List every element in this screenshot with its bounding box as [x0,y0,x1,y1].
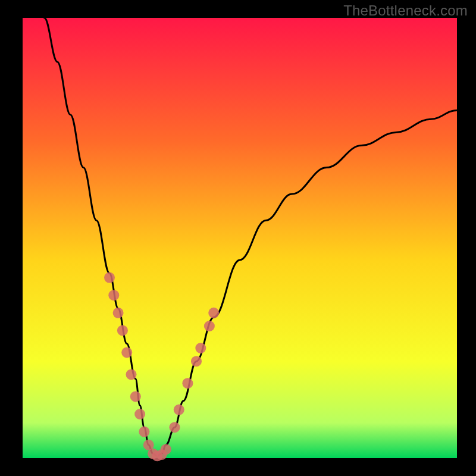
sample-dot [161,444,171,455]
sample-dot [104,273,115,283]
sample-dot [208,308,219,318]
sample-dot [117,325,128,336]
sample-dot [121,347,132,358]
watermark-text: TheBottleneck.com [343,2,468,19]
sample-dot [130,391,141,402]
sample-dot [139,427,149,437]
sample-dot [113,308,124,318]
sample-dot [126,369,137,380]
sample-dot [174,405,184,415]
sample-dot [170,422,180,433]
sample-dot [108,290,119,300]
bottleneck-chart [0,0,476,476]
sample-dot [191,356,202,367]
sample-dot [195,343,206,353]
sample-dot [204,321,215,331]
sample-dot [182,378,193,389]
plot-background [23,18,457,458]
sample-dot [134,409,145,419]
chart-frame: TheBottleneck.com [0,0,476,476]
